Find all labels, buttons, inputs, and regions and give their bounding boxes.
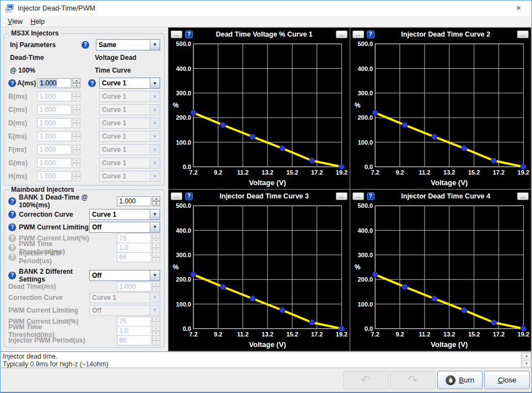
redo-button[interactable]: ↷	[390, 371, 436, 389]
setting-label: PWM Current Limiting	[8, 307, 78, 314]
svg-text:19.2: 19.2	[336, 169, 347, 176]
value-field: 1.000	[37, 171, 71, 181]
spin-down-button[interactable]: ▼	[152, 201, 160, 206]
group-title: Mainboard Injectors	[9, 186, 76, 193]
spinner-buttons[interactable]: ▲▼	[73, 78, 80, 88]
value-field: 1.000	[117, 282, 151, 292]
svg-text:13.2: 13.2	[262, 169, 273, 176]
dropdown-arrow-button: ▼	[150, 171, 160, 181]
value-spinner: 1.0▲▼	[117, 243, 160, 253]
svg-text:17.2: 17.2	[311, 169, 323, 176]
spinner-buttons: ▲▼	[152, 326, 160, 336]
dropdown: Curve 1▼	[99, 171, 160, 182]
setting-row: Injector PWM Period(us)66▲▼	[8, 335, 160, 345]
chart-plot[interactable]: 7.29.211.213.215.217.219.20.0100.0200.03…	[168, 201, 350, 351]
svg-text:200.0: 200.0	[357, 114, 372, 121]
value-field: 1.000	[37, 158, 71, 168]
svg-text:Voltage (V): Voltage (V)	[431, 178, 468, 187]
help-icon[interactable]: ?	[185, 192, 193, 200]
help-icon[interactable]: ?	[185, 30, 193, 38]
spin-up-button: ▲	[152, 243, 160, 248]
chart-menu-button[interactable]: ...	[171, 30, 182, 38]
undo-button[interactable]: ↶	[343, 371, 388, 389]
burn-label: Burn	[459, 376, 474, 384]
svg-text:400.0: 400.0	[357, 65, 372, 72]
dropdown-arrow-button[interactable]: ▼	[150, 78, 160, 88]
status-line-2: Typically 0.9ms for high-z (~14ohm)	[3, 360, 519, 368]
window-close-button[interactable]: ×	[510, 3, 527, 13]
dropdown[interactable]: Same▼	[96, 39, 160, 50]
svg-text:300.0: 300.0	[176, 90, 191, 96]
spin-up-button[interactable]: ▲	[152, 196, 160, 201]
spin-up-button: ▲	[73, 171, 80, 176]
group-title: MS3X Injectors	[9, 29, 61, 37]
svg-text:500.0: 500.0	[176, 40, 191, 47]
value-field: 1.0	[117, 243, 151, 253]
svg-text:19.2: 19.2	[336, 331, 347, 338]
chart-menu-button[interactable]: ...	[352, 192, 364, 200]
value-field[interactable]: 1.000	[117, 196, 151, 206]
voltage-dead-label: Voltage Dead	[95, 54, 136, 62]
spin-up-button: ▲	[152, 317, 160, 321]
value-spinner: 1.000▲▼	[117, 282, 160, 292]
chart-options-button[interactable]: ...	[336, 30, 347, 38]
help-icon[interactable]: ?	[88, 79, 96, 87]
spin-down-button: ▼	[73, 110, 80, 115]
svg-text:0.0: 0.0	[364, 164, 372, 170]
injector-label: D(ms)	[8, 119, 27, 127]
spin-down-button: ▼	[73, 123, 80, 128]
dropdown[interactable]: Off▼	[89, 222, 160, 233]
help-icon[interactable]: ?	[367, 192, 375, 200]
chart-menu-button[interactable]: ...	[171, 192, 182, 200]
chart-options-button[interactable]: ...	[517, 192, 529, 200]
dropdown-arrow-button[interactable]: ▼	[150, 222, 160, 232]
svg-text:Voltage (V): Voltage (V)	[431, 340, 468, 349]
window-title: Injector Dead-Time/PWM	[18, 4, 95, 12]
spinner-buttons[interactable]: ▲▼	[152, 196, 160, 206]
dropdown: Curve 1▼	[99, 118, 160, 129]
chart-options-button[interactable]: ...	[517, 30, 529, 38]
svg-text:15.2: 15.2	[287, 331, 298, 338]
spinner-buttons: ▲▼	[73, 158, 80, 168]
chart-header: ... ? Injector Dead Time Curve 3 ...	[168, 190, 350, 201]
spin-down-button[interactable]: ▼	[73, 83, 80, 88]
chart-menu-button[interactable]: ...	[352, 30, 364, 38]
chart-plot[interactable]: 7.29.211.213.215.217.219.20.0100.0200.03…	[168, 39, 350, 189]
value-field: 1.000	[37, 145, 71, 155]
scroll-up-button[interactable]: ▲	[522, 353, 531, 359]
burn-flame-icon	[446, 375, 456, 385]
spin-up-button[interactable]: ▲	[73, 78, 80, 83]
dropdown-arrow-button[interactable]: ▼	[150, 40, 160, 50]
dropdown: Curve 1▼	[99, 157, 160, 169]
dropdown-arrow-button[interactable]: ▼	[150, 270, 160, 280]
menu-help[interactable]: Help	[27, 18, 49, 25]
spinner-buttons: ▲▼	[152, 243, 160, 253]
scroll-down-button[interactable]: ▼	[522, 360, 531, 367]
chart-plot[interactable]: 7.29.211.213.215.217.219.20.0100.0200.03…	[350, 39, 531, 189]
setting-row: PWM Time Threshold(ms)1.0▲▼	[8, 326, 160, 335]
help-icon[interactable]: ?	[8, 272, 16, 279]
help-icon[interactable]: ?	[8, 79, 16, 87]
dropdown-arrow-button: ▼	[150, 293, 160, 303]
help-icon[interactable]: ?	[8, 197, 16, 205]
menu-view[interactable]: View	[4, 18, 27, 25]
close-button[interactable]: Close	[484, 371, 530, 389]
help-icon[interactable]: ?	[8, 211, 16, 218]
value-field[interactable]: 1.000	[37, 78, 71, 88]
dropdown-arrow-button[interactable]: ▼	[150, 210, 160, 220]
help-icon[interactable]: ?	[8, 223, 16, 231]
dropdown: Curve 1▼	[99, 144, 160, 155]
status-scrollbar[interactable]: ▲ ▼	[521, 352, 531, 368]
svg-text:0.0: 0.0	[364, 325, 372, 332]
title-bar: Injector Dead-Time/PWM ×	[1, 1, 531, 16]
chart-options-button[interactable]: ...	[336, 192, 347, 200]
dropdown[interactable]: Off▼	[89, 270, 160, 281]
dropdown[interactable]: Curve 1▼	[89, 209, 160, 220]
dropdown[interactable]: Curve 1▼	[99, 78, 160, 89]
dropdown: Curve 1▼	[89, 292, 160, 303]
help-icon[interactable]: ?	[367, 30, 375, 38]
help-icon[interactable]: ?	[81, 41, 89, 49]
value-field: 1.000	[37, 118, 71, 128]
burn-button[interactable]: Burn	[437, 371, 483, 389]
chart-plot[interactable]: 7.29.211.213.215.217.219.20.0100.0200.03…	[350, 201, 531, 351]
